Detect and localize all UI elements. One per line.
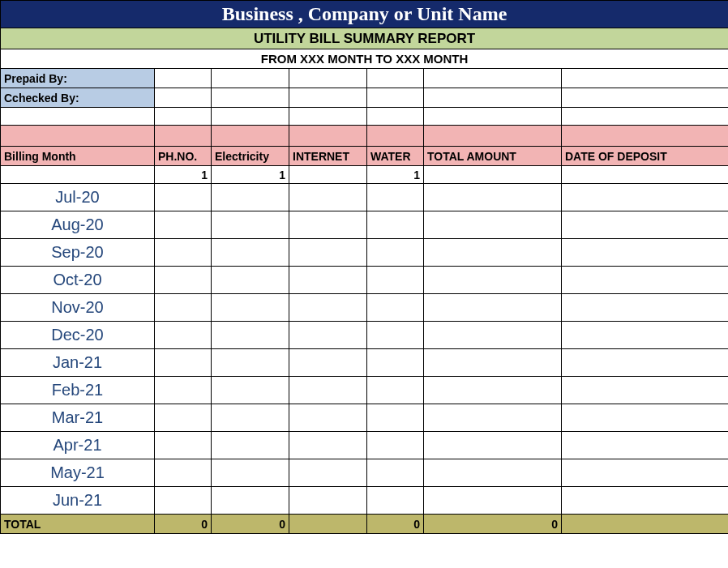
data-cell[interactable]	[424, 239, 562, 267]
data-cell[interactable]	[424, 322, 562, 349]
data-cell[interactable]	[367, 267, 424, 294]
cell[interactable]	[289, 69, 367, 88]
data-cell[interactable]	[562, 184, 729, 211]
data-cell[interactable]	[212, 239, 289, 267]
data-cell[interactable]	[212, 267, 289, 294]
data-cell[interactable]	[424, 487, 562, 515]
data-cell[interactable]	[562, 459, 729, 487]
data-cell[interactable]	[367, 459, 424, 487]
month-cell[interactable]: May-21	[1, 459, 155, 487]
data-cell[interactable]	[424, 349, 562, 377]
data-cell[interactable]	[155, 432, 212, 459]
cell[interactable]	[562, 88, 729, 108]
count-electricity[interactable]: 1	[212, 166, 289, 184]
data-cell[interactable]	[212, 211, 289, 239]
data-cell[interactable]	[562, 322, 729, 349]
month-cell[interactable]: Aug-20	[1, 211, 155, 239]
month-cell[interactable]: Jun-21	[1, 487, 155, 515]
data-cell[interactable]	[155, 294, 212, 322]
data-cell[interactable]	[155, 239, 212, 267]
data-cell[interactable]	[212, 349, 289, 377]
count-cell[interactable]	[562, 166, 729, 184]
data-cell[interactable]	[367, 349, 424, 377]
data-cell[interactable]	[562, 349, 729, 377]
month-cell[interactable]: Dec-20	[1, 322, 155, 349]
count-cell[interactable]	[424, 166, 562, 184]
data-cell[interactable]	[367, 322, 424, 349]
cell[interactable]	[562, 108, 729, 126]
data-cell[interactable]	[367, 294, 424, 322]
data-cell[interactable]	[212, 377, 289, 404]
data-cell[interactable]	[289, 184, 367, 211]
count-ph-no[interactable]: 1	[155, 166, 212, 184]
data-cell[interactable]	[424, 459, 562, 487]
data-cell[interactable]	[289, 404, 367, 432]
data-cell[interactable]	[424, 184, 562, 211]
month-cell[interactable]: Jul-20	[1, 184, 155, 211]
month-cell[interactable]: Nov-20	[1, 294, 155, 322]
month-cell[interactable]: Jan-21	[1, 349, 155, 377]
data-cell[interactable]	[155, 404, 212, 432]
month-cell[interactable]: Apr-21	[1, 432, 155, 459]
cell[interactable]	[424, 108, 562, 126]
count-cell[interactable]	[1, 166, 155, 184]
data-cell[interactable]	[155, 487, 212, 515]
cell[interactable]	[562, 69, 729, 88]
cell[interactable]	[212, 108, 289, 126]
data-cell[interactable]	[155, 267, 212, 294]
data-cell[interactable]	[155, 377, 212, 404]
cell[interactable]	[289, 88, 367, 108]
data-cell[interactable]	[424, 377, 562, 404]
data-cell[interactable]	[212, 322, 289, 349]
data-cell[interactable]	[289, 267, 367, 294]
data-cell[interactable]	[562, 404, 729, 432]
data-cell[interactable]	[155, 211, 212, 239]
cell[interactable]	[424, 88, 562, 108]
data-cell[interactable]	[424, 211, 562, 239]
data-cell[interactable]	[155, 349, 212, 377]
data-cell[interactable]	[424, 294, 562, 322]
data-cell[interactable]	[367, 211, 424, 239]
cell[interactable]	[212, 69, 289, 88]
data-cell[interactable]	[562, 267, 729, 294]
data-cell[interactable]	[289, 322, 367, 349]
data-cell[interactable]	[367, 239, 424, 267]
cell[interactable]	[424, 69, 562, 88]
data-cell[interactable]	[562, 294, 729, 322]
cell[interactable]	[367, 88, 424, 108]
checked-by-value[interactable]	[155, 88, 212, 108]
data-cell[interactable]	[367, 184, 424, 211]
cell[interactable]	[212, 88, 289, 108]
data-cell[interactable]	[155, 184, 212, 211]
data-cell[interactable]	[289, 377, 367, 404]
cell[interactable]	[155, 108, 212, 126]
data-cell[interactable]	[562, 211, 729, 239]
prepaid-by-value[interactable]	[155, 69, 212, 88]
data-cell[interactable]	[155, 322, 212, 349]
data-cell[interactable]	[289, 349, 367, 377]
count-water[interactable]: 1	[367, 166, 424, 184]
data-cell[interactable]	[212, 487, 289, 515]
data-cell[interactable]	[212, 459, 289, 487]
data-cell[interactable]	[212, 184, 289, 211]
data-cell[interactable]	[562, 487, 729, 515]
data-cell[interactable]	[212, 404, 289, 432]
data-cell[interactable]	[562, 432, 729, 459]
data-cell[interactable]	[289, 432, 367, 459]
data-cell[interactable]	[562, 239, 729, 267]
data-cell[interactable]	[155, 459, 212, 487]
month-cell[interactable]: Mar-21	[1, 404, 155, 432]
data-cell[interactable]	[424, 404, 562, 432]
count-internet[interactable]	[289, 166, 367, 184]
data-cell[interactable]	[367, 487, 424, 515]
data-cell[interactable]	[289, 487, 367, 515]
data-cell[interactable]	[212, 432, 289, 459]
cell[interactable]	[289, 108, 367, 126]
cell[interactable]	[1, 108, 155, 126]
data-cell[interactable]	[289, 239, 367, 267]
data-cell[interactable]	[289, 211, 367, 239]
data-cell[interactable]	[289, 459, 367, 487]
data-cell[interactable]	[367, 404, 424, 432]
data-cell[interactable]	[424, 432, 562, 459]
data-cell[interactable]	[367, 377, 424, 404]
